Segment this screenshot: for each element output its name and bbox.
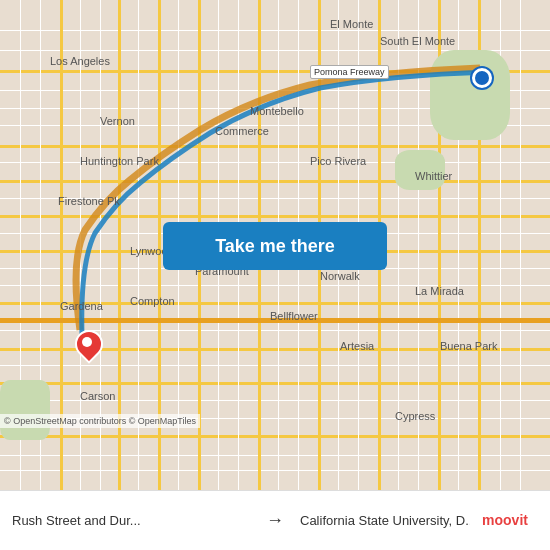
moovit-logo: moovit: [470, 500, 540, 540]
bottom-bar: Rush Street and Dur... → California Stat…: [0, 490, 550, 550]
origin-marker: [75, 330, 103, 358]
destination-marker: [472, 68, 492, 88]
take-me-there-button[interactable]: Take me there: [163, 222, 387, 270]
route-from: Rush Street and Dur...: [0, 505, 262, 536]
moovit-text: moovit: [482, 512, 528, 528]
route-arrow-icon: →: [262, 510, 288, 531]
map-attribution: © OpenStreetMap contributors © OpenMapTi…: [0, 414, 200, 428]
map-container: // Will be rendered by template script P…: [0, 0, 550, 490]
